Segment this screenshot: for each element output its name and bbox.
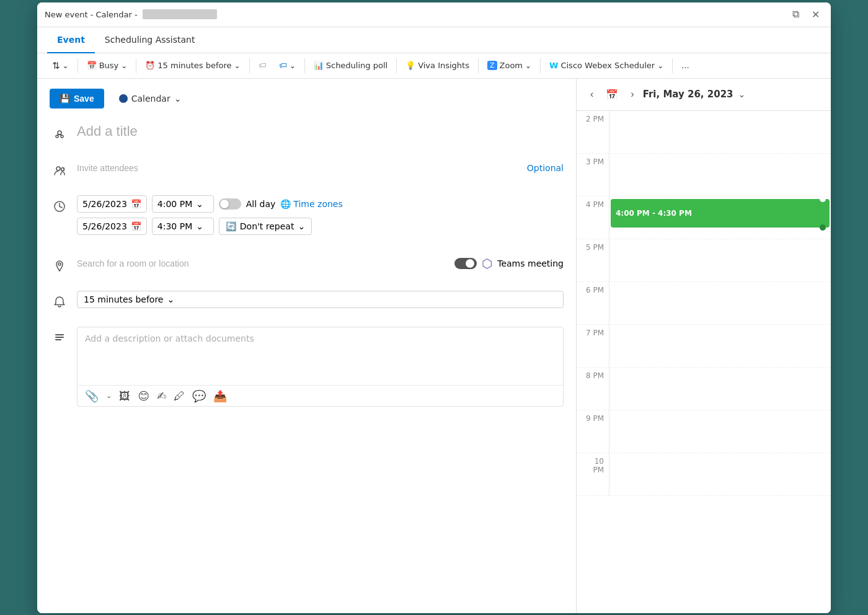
- calendar-date-title[interactable]: Fri, May 26, 2023: [643, 89, 733, 100]
- cal-next-button[interactable]: ›: [627, 86, 637, 102]
- cal-prev-button[interactable]: ‹: [587, 86, 597, 102]
- start-time-picker[interactable]: 4:00 PM ⌄: [152, 195, 214, 213]
- cal-today-button[interactable]: 📅: [602, 86, 622, 103]
- scheduling-poll-button[interactable]: 📊 Scheduling poll: [309, 58, 392, 73]
- toggle-knob: [220, 200, 229, 208]
- attendees-input[interactable]: [77, 159, 527, 177]
- save-icon: 💾: [60, 94, 70, 104]
- toolbar-divider-6: [478, 58, 479, 73]
- title-input[interactable]: [77, 123, 564, 140]
- toolbar-divider-4: [304, 58, 305, 73]
- reminder-select[interactable]: 15 minutes before ⌄: [77, 291, 564, 308]
- allday-group: All day: [219, 198, 276, 210]
- busy-dropdown[interactable]: 📅 Busy ⌄: [82, 58, 133, 73]
- time-content-3pm: [609, 154, 831, 196]
- zoom-button[interactable]: Z Zoom ⌄: [482, 58, 536, 73]
- close-button[interactable]: ✕: [808, 7, 823, 22]
- busy-chevron-icon: ⌄: [121, 61, 127, 70]
- reminder-chevron-icon: ⌄: [234, 61, 241, 70]
- location-row: ⬡ Teams meeting: [50, 252, 564, 278]
- tabs-bar: Event Scheduling Assistant: [37, 27, 831, 53]
- calendar-icon-end: 📅: [131, 221, 141, 231]
- highlight-button[interactable]: 🖊: [174, 389, 185, 402]
- title-bar: New event - Calendar - ⧉ ✕: [37, 2, 831, 27]
- time-slot-10pm: 10 PM: [577, 453, 831, 496]
- toolbar-divider-8: [672, 58, 673, 73]
- scheduling-poll-icon: 📊: [314, 61, 324, 70]
- speech-button[interactable]: 💬: [192, 389, 206, 402]
- tab-event[interactable]: Event: [47, 27, 95, 53]
- attach-button[interactable]: 📎: [85, 389, 99, 402]
- repeat-dropdown[interactable]: 🔄 Don't repeat ⌄: [219, 218, 312, 235]
- start-date-picker[interactable]: 5/26/2023 📅: [77, 195, 147, 213]
- tab-scheduling-assistant[interactable]: Scheduling Assistant: [95, 27, 205, 53]
- zoom-chevron-icon: ⌄: [525, 61, 531, 70]
- event-block[interactable]: 4:00 PM - 4:30 PM: [611, 199, 830, 228]
- teams-switch[interactable]: [454, 258, 477, 269]
- reminder-dropdown[interactable]: ⏰ 15 minutes before ⌄: [140, 58, 245, 73]
- label-dropdown[interactable]: 🏷 ⌄: [274, 58, 301, 73]
- signature-button[interactable]: ✍: [157, 389, 166, 402]
- optional-link[interactable]: Optional: [527, 163, 564, 173]
- filter-icon: ⇅: [52, 60, 60, 71]
- start-time-value: 4:00 PM: [157, 199, 192, 209]
- location-content: ⬡ Teams meeting: [77, 255, 564, 272]
- time-label-9pm: 9 PM: [577, 410, 609, 423]
- viva-icon: 💡: [405, 61, 415, 70]
- cal-today-icon: 📅: [606, 89, 618, 100]
- restore-button[interactable]: ⧉: [789, 7, 803, 22]
- attendees-row: Optional: [50, 157, 564, 183]
- time-slot-5pm: 5 PM: [577, 239, 831, 282]
- save-button[interactable]: 💾 Save: [50, 89, 104, 108]
- svg-line-4: [60, 135, 62, 135]
- time-label-6pm: 6 PM: [577, 282, 609, 294]
- datetime-section: 5/26/2023 📅 4:00 PM ⌄: [77, 195, 564, 235]
- timezone-link[interactable]: 🌐 Time zones: [280, 199, 342, 209]
- end-date-value: 5/26/2023: [82, 221, 127, 231]
- tag-icon: 🏷: [259, 61, 267, 70]
- label-icon: 🏷: [279, 61, 287, 70]
- image-button[interactable]: 🖼: [119, 389, 130, 402]
- svg-point-2: [61, 135, 63, 138]
- emoji-button[interactable]: 😊: [138, 389, 149, 402]
- end-time-picker[interactable]: 4:30 PM ⌄: [152, 218, 214, 235]
- time-label-5pm: 5 PM: [577, 239, 609, 252]
- alarm-icon: ⏰: [145, 61, 155, 70]
- toolbar-divider-2: [136, 58, 136, 73]
- location-input[interactable]: [77, 255, 454, 272]
- time-slot-4pm: 4 PM 4:00 PM - 4:30 PM: [577, 197, 831, 239]
- end-datetime-row: 5/26/2023 📅 4:30 PM ⌄ 🔄 Don't repeat ⌄: [77, 218, 564, 235]
- label-chevron-icon: ⌄: [290, 61, 296, 70]
- description-row: 📎 ⌄ 🖼 😊 ✍ 🖊 💬 📤: [50, 324, 564, 409]
- more-options-button[interactable]: ...: [676, 58, 694, 73]
- filter-button[interactable]: ⇅ ⌄: [47, 57, 74, 74]
- reminder-chevron-icon: ⌄: [167, 294, 174, 304]
- title-bar-controls: ⧉ ✕: [789, 7, 823, 22]
- title-field-container: [77, 123, 564, 140]
- description-toolbar: 📎 ⌄ 🖼 😊 ✍ 🖊 💬 📤: [78, 385, 563, 406]
- filter-chevron-icon: ⌄: [63, 61, 69, 70]
- toolbar: ⇅ ⌄ 📅 Busy ⌄ ⏰ 15 minutes before ⌄ 🏷 🏷 ⌄…: [37, 53, 831, 79]
- export-button[interactable]: 📤: [213, 389, 227, 402]
- time-slot-6pm: 6 PM: [577, 282, 831, 325]
- allday-toggle[interactable]: [219, 198, 241, 210]
- end-date-picker[interactable]: 5/26/2023 📅: [77, 218, 147, 235]
- viva-insights-button[interactable]: 💡 Viva Insights: [401, 58, 474, 73]
- start-date-value: 5/26/2023: [82, 199, 127, 209]
- calendar-selector[interactable]: Calendar ⌄: [112, 89, 189, 108]
- attach-chevron[interactable]: ⌄: [106, 392, 112, 400]
- toolbar-divider-5: [396, 58, 397, 73]
- event-resize-bottom[interactable]: [820, 224, 826, 231]
- svg-point-0: [58, 131, 61, 135]
- description-textarea[interactable]: [78, 327, 563, 383]
- repeat-icon: 🔄: [226, 221, 236, 231]
- webex-button[interactable]: W Cisco Webex Scheduler ⌄: [544, 58, 668, 73]
- repeat-label: Don't repeat: [240, 221, 294, 231]
- svg-point-5: [56, 167, 60, 170]
- end-time-chevron: ⌄: [196, 221, 203, 231]
- time-content-10pm: [609, 453, 831, 495]
- event-resize-top[interactable]: [820, 196, 826, 202]
- tag-button[interactable]: 🏷: [254, 58, 272, 73]
- time-content-8pm: [609, 368, 831, 410]
- time-content-5pm: [609, 239, 831, 281]
